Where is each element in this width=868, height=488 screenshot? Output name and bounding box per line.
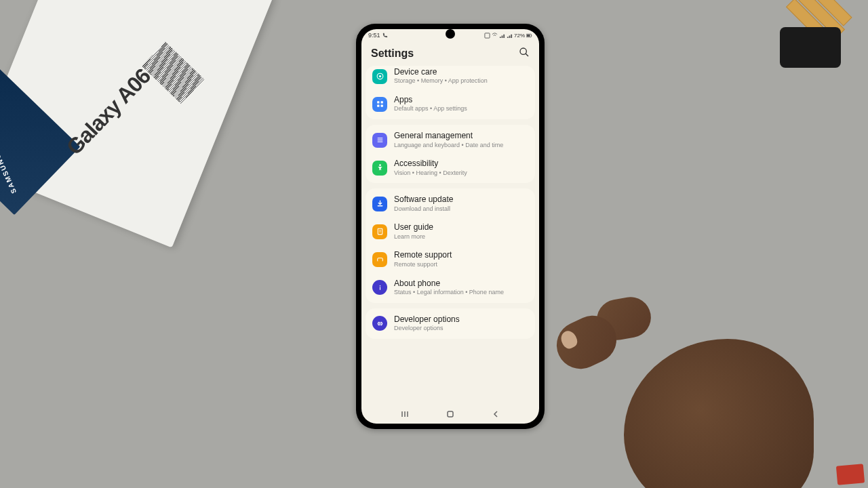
camera-notch <box>446 29 455 39</box>
channel-badge <box>836 464 865 485</box>
item-subtitle: Status • Legal information • Phone name <box>394 289 528 297</box>
item-title: Software update <box>394 195 528 204</box>
item-subtitle: Language and keyboard • Date and time <box>394 142 528 150</box>
settings-header: Settings <box>361 40 539 66</box>
settings-item-general-management[interactable]: General management Language and keyboard… <box>366 126 535 154</box>
user-guide-icon <box>372 224 387 239</box>
status-time: 9:51 <box>368 32 380 39</box>
svg-rect-12 <box>377 138 382 138</box>
settings-item-apps[interactable]: Apps Default apps • App settings <box>366 90 535 118</box>
svg-point-4 <box>520 48 526 54</box>
svg-rect-0 <box>485 33 490 37</box>
item-title: User guide <box>394 222 528 232</box>
general-management-icon <box>372 133 387 148</box>
svg-rect-11 <box>380 105 382 107</box>
accessibility-icon <box>372 161 387 176</box>
settings-group-general: General management Language and keyboard… <box>366 125 535 183</box>
signal-icon <box>499 33 505 39</box>
volte-icon <box>492 33 498 39</box>
home-button[interactable] <box>446 409 455 419</box>
item-title: About phone <box>394 279 528 288</box>
developer-options-icon <box>372 316 387 331</box>
svg-rect-16 <box>378 229 382 235</box>
settings-item-about-phone[interactable]: About phone Status • Legal information •… <box>366 274 535 302</box>
settings-list[interactable]: Device care Storage • Memory • App prote… <box>361 66 539 339</box>
svg-rect-13 <box>377 140 382 140</box>
product-box: SAMSUNG Galaxy A06 <box>0 0 273 247</box>
svg-point-15 <box>379 165 381 167</box>
item-subtitle: Learn more <box>394 233 528 241</box>
svg-line-5 <box>526 54 528 56</box>
svg-point-19 <box>379 285 380 287</box>
recents-icon <box>400 409 410 419</box>
item-title: Apps <box>394 95 528 104</box>
search-icon <box>519 47 530 58</box>
settings-item-developer-options[interactable]: Developer options Developer options <box>366 310 535 338</box>
settings-group-system: Software update Download and install Use… <box>366 188 535 302</box>
settings-item-accessibility[interactable]: Accessibility Vision • Hearing • Dexteri… <box>366 154 535 182</box>
dark-object-prop <box>780 27 841 68</box>
battery-percent: 72% <box>514 33 525 39</box>
svg-rect-14 <box>377 142 382 142</box>
back-icon <box>491 409 500 419</box>
about-phone-icon <box>372 280 387 295</box>
svg-rect-3 <box>527 35 530 37</box>
software-update-icon <box>372 197 387 211</box>
navigation-bar <box>361 405 539 424</box>
item-title: General management <box>394 131 528 140</box>
apps-icon <box>372 97 387 112</box>
nfc-icon <box>484 33 490 39</box>
svg-rect-10 <box>377 105 379 107</box>
item-title: Developer options <box>394 314 528 324</box>
svg-rect-8 <box>377 101 379 103</box>
recents-button[interactable] <box>400 409 410 419</box>
svg-rect-20 <box>379 287 380 289</box>
phone-frame: 9:51 72% Settings <box>356 24 545 429</box>
item-subtitle: Remote support <box>394 261 528 269</box>
item-subtitle: Storage • Memory • App protection <box>394 77 528 85</box>
svg-rect-2 <box>532 35 532 36</box>
item-title: Remote support <box>394 250 528 260</box>
signal-icon-2 <box>507 33 513 39</box>
item-subtitle: Download and install <box>394 205 528 214</box>
item-subtitle: Default apps • App settings <box>394 105 528 113</box>
remote-support-icon <box>372 252 387 267</box>
phone-screen: 9:51 72% Settings <box>361 29 539 424</box>
hand-prop <box>529 278 814 488</box>
barcode <box>142 41 204 104</box>
settings-group-device-apps: Device care Storage • Memory • App prote… <box>366 66 535 119</box>
item-subtitle: Developer options <box>394 325 528 333</box>
item-subtitle: Vision • Hearing • Dexterity <box>394 169 528 178</box>
svg-rect-9 <box>380 101 382 103</box>
battery-icon <box>526 33 532 39</box>
product-model-label: Galaxy A06 <box>62 64 156 160</box>
item-title: Device care <box>394 67 528 77</box>
home-icon <box>446 409 455 419</box>
settings-group-developer: Developer options Developer options <box>366 308 535 339</box>
device-care-icon <box>372 69 387 84</box>
search-button[interactable] <box>519 47 530 60</box>
phone-icon <box>382 33 388 38</box>
settings-item-device-care[interactable]: Device care Storage • Memory • App prote… <box>366 67 535 90</box>
svg-point-7 <box>378 75 380 77</box>
svg-rect-24 <box>448 411 453 417</box>
back-button[interactable] <box>491 409 500 419</box>
settings-item-software-update[interactable]: Software update Download and install <box>366 190 535 218</box>
settings-item-user-guide[interactable]: User guide Learn more <box>366 218 535 245</box>
product-box-blue-panel: SAMSUNG <box>0 53 80 216</box>
item-title: Accessibility <box>394 159 528 168</box>
settings-item-remote-support[interactable]: Remote support Remote support <box>366 245 535 273</box>
page-title: Settings <box>371 47 414 60</box>
brand-label: SAMSUNG <box>0 151 18 195</box>
